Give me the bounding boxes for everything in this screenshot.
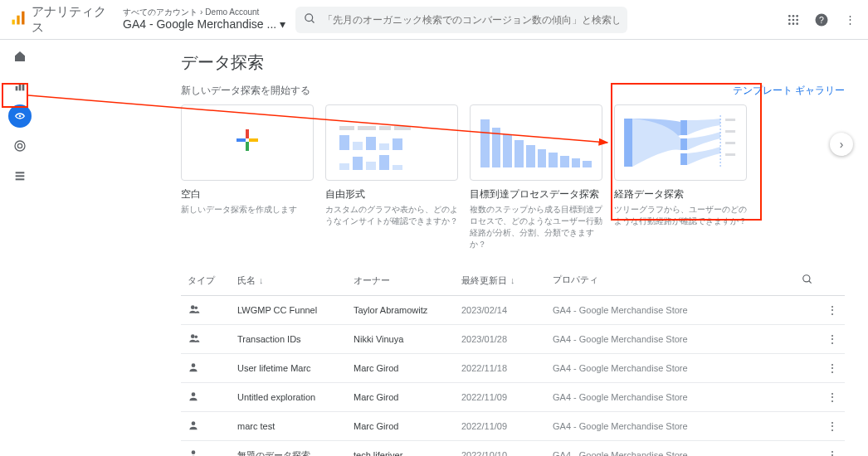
svg-rect-28 bbox=[249, 138, 258, 142]
plus-icon bbox=[235, 128, 260, 158]
svg-rect-18 bbox=[22, 85, 25, 90]
card-thumb-path bbox=[614, 104, 747, 181]
card-desc: カスタムのグラフや表から、どのようなインサイトが確認できますか？ bbox=[325, 204, 458, 227]
sort-down-icon: ↓ bbox=[510, 275, 515, 285]
row-updated: 2023/02/14 bbox=[455, 296, 546, 325]
caret-down-icon: ▾ bbox=[280, 17, 285, 32]
svg-point-6 bbox=[792, 15, 795, 17]
cards-next-button[interactable]: › bbox=[830, 133, 853, 156]
svg-rect-35 bbox=[725, 130, 735, 133]
row-name: 無題のデータ探索 bbox=[231, 441, 347, 457]
top-bar: アナリティクス すべてのアカウント › Demo Account GA4 - G… bbox=[0, 0, 868, 40]
nav-home[interactable] bbox=[8, 45, 32, 68]
card-desc: 新しいデータ探索を作成します bbox=[181, 204, 314, 216]
search-box[interactable] bbox=[295, 7, 627, 33]
more-vert-icon[interactable]: ⋮ bbox=[841, 12, 858, 28]
row-property: GA4 - Google Merchandise Store bbox=[546, 412, 820, 441]
page-subtitle: 新しいデータ探索を開始する bbox=[181, 84, 310, 98]
row-updated: 2022/11/09 bbox=[455, 383, 546, 412]
template-gallery-link[interactable]: テンプレート ギャラリー bbox=[733, 84, 845, 98]
row-more-button[interactable]: ⋮ bbox=[820, 441, 845, 457]
col-name[interactable]: 氏名↓ bbox=[231, 265, 347, 296]
more-vert-icon: ⋮ bbox=[827, 361, 837, 375]
row-property: GA4 - Google Merchandise Store bbox=[546, 441, 820, 457]
more-vert-icon: ⋮ bbox=[827, 303, 837, 317]
svg-point-12 bbox=[792, 22, 795, 25]
template-card-blank[interactable]: 空白 新しいデータ探索を作成します bbox=[181, 104, 314, 250]
row-more-button[interactable]: ⋮ bbox=[820, 325, 845, 354]
table-row[interactable]: 無題のデータ探索tech liferiver2022/10/10GA4 - Go… bbox=[181, 441, 845, 457]
row-type-icon bbox=[181, 383, 231, 412]
svg-rect-31 bbox=[680, 138, 687, 150]
property-picker[interactable]: すべてのアカウント › Demo Account GA4 - Google Me… bbox=[123, 7, 285, 32]
breadcrumb-prefix: すべてのアカウント bbox=[123, 7, 197, 17]
svg-point-44 bbox=[192, 363, 196, 367]
table-row[interactable]: User lifetime MarcMarc Girod2022/11/18GA… bbox=[181, 354, 845, 383]
table-row[interactable]: marc testMarc Girod2022/11/09GA4 - Googl… bbox=[181, 412, 845, 441]
nav-rail bbox=[0, 40, 40, 456]
col-owner[interactable]: オーナー bbox=[347, 265, 455, 296]
row-owner: Taylor Abramowitz bbox=[347, 296, 455, 325]
nav-advertising[interactable] bbox=[8, 134, 32, 158]
svg-point-10 bbox=[796, 18, 798, 21]
svg-point-7 bbox=[796, 15, 798, 17]
card-desc: 複数のステップから成る目標到達プロセスで、どのようなユーザー行動経路が分析、分割… bbox=[470, 204, 602, 250]
svg-point-47 bbox=[192, 450, 196, 454]
svg-point-11 bbox=[788, 22, 791, 25]
product-logo-block[interactable]: アナリティクス bbox=[10, 4, 113, 36]
svg-rect-30 bbox=[680, 120, 687, 135]
nav-explore[interactable] bbox=[8, 104, 32, 128]
explorations-table: タイプ 氏名↓ オーナー 最終更新日↓ プロパティ LWGMP CC Funne… bbox=[181, 265, 845, 456]
col-updated[interactable]: 最終更新日↓ bbox=[455, 265, 546, 296]
help-icon[interactable]: ? bbox=[813, 12, 830, 28]
row-name: Untitled exploration bbox=[231, 383, 347, 412]
template-cards: 空白 新しいデータ探索を作成します 自由形式 カスタムのグラフや表から、どのよう… bbox=[181, 104, 845, 250]
svg-point-21 bbox=[17, 143, 22, 148]
template-card-freeform[interactable]: 自由形式 カスタムのグラフや表から、どのようなインサイトが確認できますか？ bbox=[325, 104, 458, 250]
row-owner: Nikki Vinuya bbox=[347, 325, 455, 354]
template-card-path[interactable]: 経路データ探索 ツリーグラフから、ユーザーのどのような行動経路が確認できますか？ bbox=[614, 104, 747, 250]
row-type-icon bbox=[181, 325, 231, 354]
table-row[interactable]: Transaction IDsNikki Vinuya2023/01/28GA4… bbox=[181, 325, 845, 354]
svg-rect-29 bbox=[624, 119, 632, 167]
svg-rect-25 bbox=[246, 129, 249, 138]
table-row[interactable]: LWGMP CC FunnelTaylor Abramowitz2023/02/… bbox=[181, 296, 845, 325]
table-search-icon[interactable] bbox=[802, 274, 813, 287]
row-property: GA4 - Google Merchandise Store bbox=[546, 325, 820, 354]
template-card-funnel[interactable]: 目標到達プロセスデータ探索 複数のステップから成る目標到達プロセスで、どのような… bbox=[470, 104, 602, 250]
svg-text:?: ? bbox=[819, 14, 824, 24]
svg-rect-23 bbox=[16, 175, 25, 177]
page-title: データ探索 bbox=[181, 51, 845, 74]
row-owner: Marc Girod bbox=[347, 354, 455, 383]
svg-rect-37 bbox=[725, 153, 735, 156]
nav-reports[interactable] bbox=[8, 75, 32, 98]
col-type[interactable]: タイプ bbox=[181, 265, 231, 296]
row-name: LWGMP CC Funnel bbox=[231, 296, 347, 325]
svg-rect-17 bbox=[19, 83, 22, 90]
analytics-logo-icon bbox=[10, 10, 27, 29]
svg-rect-34 bbox=[725, 119, 735, 121]
svg-point-3 bbox=[305, 13, 313, 21]
svg-point-13 bbox=[796, 22, 798, 25]
nav-configure[interactable] bbox=[8, 164, 32, 187]
chevron-right-icon: › bbox=[200, 7, 202, 17]
row-more-button[interactable]: ⋮ bbox=[820, 354, 845, 383]
row-more-button[interactable]: ⋮ bbox=[820, 412, 845, 441]
more-vert-icon: ⋮ bbox=[827, 449, 837, 456]
more-vert-icon: ⋮ bbox=[827, 332, 837, 346]
search-icon bbox=[304, 12, 316, 27]
svg-point-46 bbox=[192, 421, 196, 425]
svg-point-45 bbox=[192, 392, 196, 396]
search-input[interactable] bbox=[323, 14, 619, 26]
row-type-icon bbox=[181, 441, 231, 457]
svg-rect-26 bbox=[246, 142, 249, 151]
table-row[interactable]: Untitled explorationMarc Girod2022/11/09… bbox=[181, 383, 845, 412]
sort-down-icon: ↓ bbox=[259, 275, 264, 285]
row-more-button[interactable]: ⋮ bbox=[820, 296, 845, 325]
row-more-button[interactable]: ⋮ bbox=[820, 383, 845, 412]
apps-icon[interactable] bbox=[785, 12, 802, 28]
svg-point-20 bbox=[15, 141, 25, 151]
svg-rect-2 bbox=[22, 12, 24, 25]
svg-point-9 bbox=[792, 18, 795, 21]
card-title: 目標到達プロセスデータ探索 bbox=[470, 187, 602, 201]
